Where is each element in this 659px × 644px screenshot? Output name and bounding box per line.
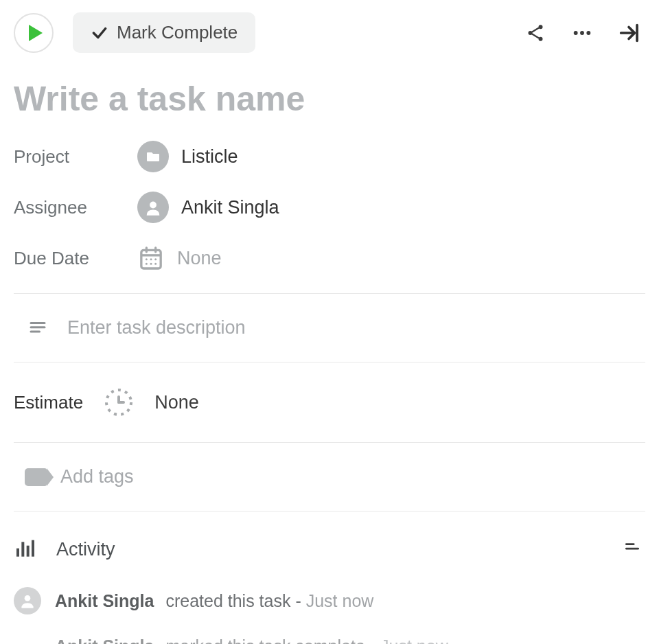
play-icon (29, 25, 43, 41)
description-icon (27, 318, 48, 338)
estimate-value: None (154, 392, 199, 413)
due-date-field[interactable]: Due Date None (14, 233, 645, 284)
svg-point-16 (150, 258, 152, 260)
share-icon (525, 23, 546, 43)
project-label: Project (14, 146, 137, 168)
activity-timestamp: Just now (380, 636, 448, 644)
description-input[interactable] (67, 317, 645, 338)
svg-point-7 (586, 31, 590, 35)
project-name: Listicle (181, 146, 238, 168)
tag-icon (25, 468, 47, 486)
activity-list: Ankit Singla created this task - Just no… (0, 576, 659, 644)
svg-point-18 (146, 263, 148, 265)
due-date-label: Due Date (14, 248, 137, 269)
project-value: Listicle (137, 141, 238, 172)
activity-item: Ankit Singla created this task - Just no… (14, 576, 645, 625)
svg-point-33 (25, 595, 31, 601)
task-name-section (0, 60, 659, 124)
svg-rect-29 (27, 546, 30, 557)
assignee-field[interactable]: Assignee Ankit Singla (14, 182, 645, 233)
description-row[interactable] (0, 303, 659, 352)
svg-point-17 (154, 258, 157, 260)
svg-point-6 (580, 31, 584, 35)
tags-field[interactable]: Add tags (0, 452, 659, 501)
estimate-field[interactable]: Estimate None (0, 372, 659, 433)
svg-point-15 (146, 258, 148, 260)
check-icon (91, 24, 108, 42)
activity-text: Ankit Singla created this task - Just no… (55, 591, 373, 611)
divider (14, 362, 645, 363)
activity-action: created this task - (165, 591, 301, 610)
estimate-label: Estimate (14, 392, 83, 413)
more-options-button[interactable] (566, 16, 599, 49)
mark-complete-label: Mark Complete (117, 22, 238, 43)
activity-header: Activity (0, 521, 659, 576)
svg-rect-27 (16, 549, 19, 557)
more-horizontal-icon (571, 22, 593, 44)
collapse-right-icon (617, 21, 640, 45)
svg-point-5 (574, 31, 578, 35)
svg-line-4 (532, 34, 539, 38)
activity-actor: Ankit Singla (55, 591, 154, 610)
task-fields: Project Listicle Assignee Ankit Singla D… (0, 124, 659, 284)
due-date-value: None (137, 244, 222, 272)
svg-line-3 (532, 27, 539, 32)
svg-rect-28 (21, 542, 24, 556)
share-button[interactable] (519, 16, 552, 49)
svg-rect-30 (32, 540, 34, 557)
activity-title: Activity (56, 539, 115, 560)
person-icon (137, 192, 169, 223)
assignee-name: Ankit Singla (181, 197, 279, 218)
svg-point-10 (150, 202, 157, 209)
assignee-label: Assignee (14, 197, 137, 218)
estimate-clock-icon (102, 386, 135, 419)
activity-text: Ankit Singla marked this task complete -… (55, 636, 448, 644)
project-field[interactable]: Project Listicle (14, 131, 645, 182)
due-date-text: None (177, 248, 222, 269)
calendar-icon (137, 244, 165, 272)
activity-action: marked this task complete - (165, 636, 375, 644)
task-name-input[interactable] (14, 79, 645, 119)
collapse-panel-button[interactable] (612, 16, 645, 49)
activity-timestamp: Just now (306, 591, 374, 610)
avatar (14, 587, 41, 614)
mark-complete-button[interactable]: Mark Complete (73, 12, 255, 53)
sort-icon (623, 539, 641, 557)
play-button[interactable] (14, 13, 54, 53)
divider (14, 442, 645, 443)
activity-item: Ankit Singla marked this task complete -… (14, 625, 645, 644)
svg-point-20 (154, 263, 157, 265)
tags-placeholder: Add tags (60, 466, 134, 487)
activity-icon (14, 538, 36, 560)
svg-point-19 (150, 263, 152, 265)
divider (14, 293, 645, 294)
activity-sort-button[interactable] (619, 535, 645, 564)
folder-icon (137, 141, 169, 172)
divider (14, 511, 645, 511)
activity-actor: Ankit Singla (55, 636, 154, 644)
task-toolbar: Mark Complete (0, 0, 659, 60)
assignee-value: Ankit Singla (137, 192, 279, 223)
